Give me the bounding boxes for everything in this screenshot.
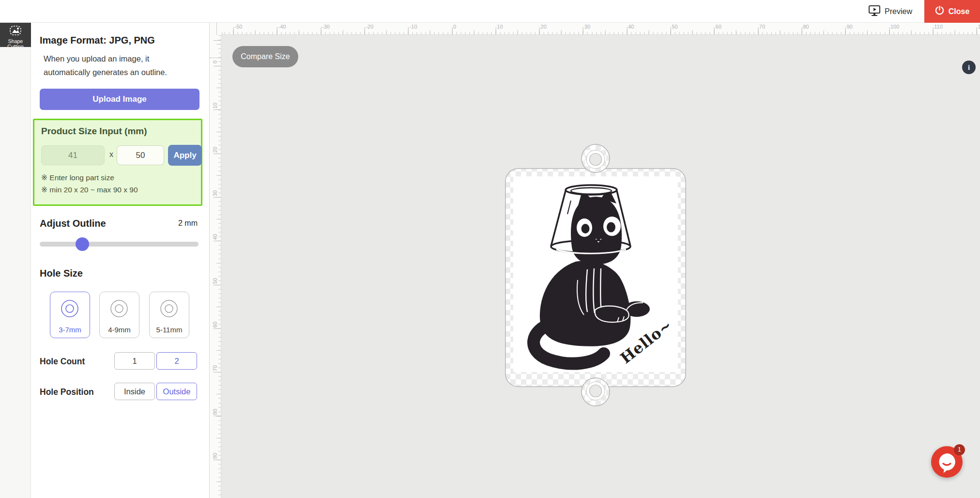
size-height-input[interactable] bbox=[117, 145, 164, 165]
tool-rail: Shape Cutting bbox=[0, 23, 31, 498]
upload-hint-line1: When you upload an image, it bbox=[44, 52, 189, 65]
horizontal-ruler: -50-40-30-20-100102030405060708090100110… bbox=[221, 23, 980, 35]
keychain-hole-top bbox=[586, 150, 605, 169]
v-ruler-label: 90 bbox=[212, 450, 218, 462]
hole-size-option-medium[interactable]: 4-9mm bbox=[99, 292, 139, 338]
v-ruler-label: 70 bbox=[212, 362, 218, 374]
product-size-section: Product Size Input (mm) x Apply ※ Enter … bbox=[33, 119, 202, 206]
hole-count-2-button[interactable]: 2 bbox=[156, 352, 197, 370]
hole-ring-icon bbox=[50, 292, 90, 321]
size-width-input[interactable] bbox=[41, 145, 105, 165]
ruler-guide-horizontal bbox=[210, 58, 221, 58]
ruler-guide-vertical bbox=[216, 23, 217, 35]
h-ruler-label: 20 bbox=[541, 24, 547, 30]
hole-size-option-label: 5-11mm bbox=[150, 326, 189, 334]
h-ruler-label: 80 bbox=[803, 24, 809, 30]
h-ruler-label: -50 bbox=[235, 24, 243, 30]
hole-size-option-label: 3-7mm bbox=[50, 326, 90, 334]
hole-size-option-label: 4-9mm bbox=[100, 326, 139, 334]
h-ruler-label: 100 bbox=[890, 24, 899, 30]
chat-launcher-button[interactable]: 1 bbox=[931, 446, 963, 478]
uploaded-image: Hello~ bbox=[513, 176, 678, 372]
h-ruler-label: -20 bbox=[366, 24, 373, 30]
hole-size-option-small[interactable]: 3-7mm bbox=[50, 292, 90, 338]
hole-ring-icon bbox=[100, 292, 139, 321]
hole-position-title: Hole Position bbox=[40, 387, 94, 397]
outline-slider-track[interactable] bbox=[40, 242, 199, 247]
hole-ring-icon bbox=[150, 292, 189, 321]
info-icon[interactable]: i bbox=[962, 61, 976, 74]
size-note-2: ※ min 20 x 20 ~ max 90 x 90 bbox=[41, 186, 138, 194]
chat-badge: 1 bbox=[954, 444, 965, 455]
size-separator: x bbox=[109, 150, 113, 159]
v-ruler-label: 30 bbox=[212, 187, 218, 199]
compare-size-button[interactable]: Compare Size bbox=[232, 46, 298, 67]
h-ruler-label: 90 bbox=[847, 24, 853, 30]
keychain-hole-bottom bbox=[586, 382, 605, 400]
shape-outline-image-icon bbox=[0, 24, 31, 39]
h-ruler-label: -30 bbox=[322, 24, 330, 30]
h-ruler-label: 60 bbox=[716, 24, 721, 30]
h-ruler-label: 10 bbox=[497, 24, 503, 30]
hole-size-title: Hole Size bbox=[40, 268, 83, 279]
image-format-title: Image Format: JPG, PNG bbox=[40, 35, 155, 46]
outline-slider-thumb[interactable] bbox=[76, 237, 89, 251]
upload-hint-line2: automatically generates an outline. bbox=[44, 65, 189, 79]
close-button[interactable]: Close bbox=[924, 0, 980, 23]
h-ruler-label: 40 bbox=[628, 24, 634, 30]
h-ruler-label: 110 bbox=[934, 24, 943, 30]
h-ruler-label: 50 bbox=[672, 24, 678, 30]
h-ruler-label: 0 bbox=[453, 24, 456, 30]
v-ruler-label: 10 bbox=[212, 100, 218, 111]
product-size-title: Product Size Input (mm) bbox=[41, 126, 147, 137]
h-ruler-label: -40 bbox=[278, 24, 286, 30]
tab-label-line2: Cutting bbox=[0, 44, 31, 47]
hole-count-title: Hole Count bbox=[40, 357, 85, 367]
hole-size-option-large[interactable]: 5-11mm bbox=[149, 292, 189, 338]
hole-count-1-button[interactable]: 1 bbox=[114, 352, 155, 370]
v-ruler-label: 80 bbox=[212, 406, 218, 418]
power-icon bbox=[935, 6, 944, 17]
adjust-outline-title: Adjust Outline bbox=[40, 218, 106, 229]
monitor-play-icon bbox=[869, 5, 880, 18]
ruler-corner bbox=[210, 23, 221, 35]
h-ruler-label: 120 bbox=[978, 24, 980, 30]
keychain-design[interactable]: Hello~ bbox=[505, 140, 686, 411]
v-ruler-label: 60 bbox=[212, 319, 218, 330]
settings-panel: Image Format: JPG, PNG When you upload a… bbox=[31, 23, 210, 498]
v-ruler-label: 40 bbox=[212, 231, 218, 243]
preview-label: Preview bbox=[885, 7, 912, 16]
top-bar: Preview Close bbox=[0, 0, 980, 23]
apply-button[interactable]: Apply bbox=[168, 145, 202, 166]
v-ruler-label: 50 bbox=[212, 275, 218, 287]
h-ruler-label: -10 bbox=[410, 24, 417, 30]
h-ruler-label: 70 bbox=[759, 24, 765, 30]
preview-button[interactable]: Preview bbox=[869, 0, 912, 23]
hole-position-outside-button[interactable]: Outside bbox=[156, 383, 197, 400]
upload-hint: When you upload an image, it automatical… bbox=[44, 52, 189, 79]
vertical-ruler: -100102030405060708090 bbox=[210, 35, 221, 498]
size-note-1: ※ Enter long part size bbox=[41, 173, 114, 182]
upload-image-button[interactable]: Upload Image bbox=[40, 89, 199, 110]
hole-position-inside-button[interactable]: Inside bbox=[114, 383, 155, 400]
h-ruler-label: 30 bbox=[584, 24, 590, 30]
close-label: Close bbox=[949, 7, 970, 16]
v-ruler-label: 20 bbox=[212, 144, 218, 156]
tab-shape-cutting[interactable]: Shape Cutting bbox=[0, 23, 31, 47]
outline-value: 2 mm bbox=[178, 219, 198, 228]
